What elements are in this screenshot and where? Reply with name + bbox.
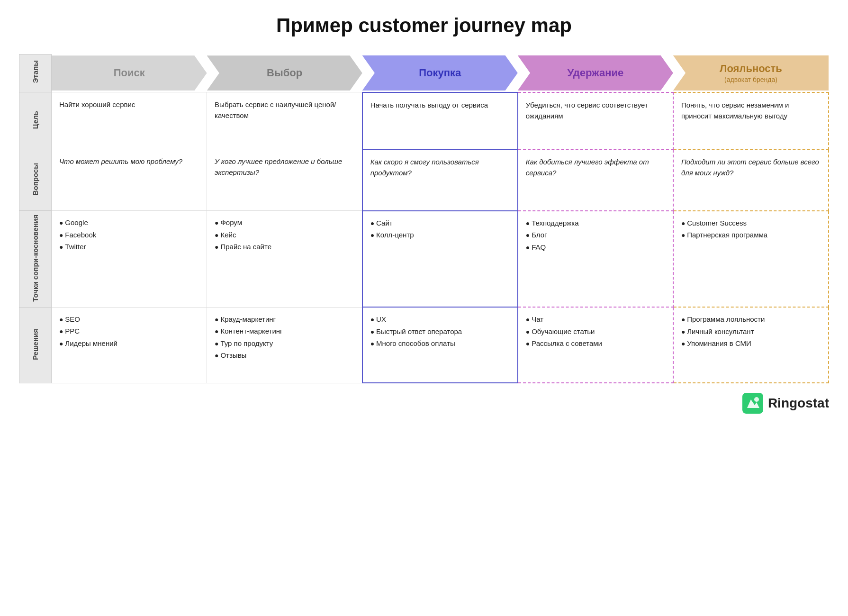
table-row: ВопросыЧто может решить мою проблему?У к… [19,149,829,211]
stage-choice-arrow: Выбор [207,55,362,91]
list-item: Техподдержка [526,218,665,229]
cell-r2-c2: СайтКолл-центр [362,211,518,308]
cell-r3-c4: Программа лояльностиЛичный консультантУп… [673,307,829,383]
stage-loyalty: Лояльность (адвокат бренда) [673,54,829,92]
list-item: Программа лояльности [681,314,821,325]
table-row: Точки сопри-косновенияGoogleFacebookTwit… [19,211,829,308]
cell-r2-c3: ТехподдержкаБлогFAQ [518,211,673,308]
logo-text: Ringostat [768,396,829,411]
cell-r2-c4: Customer SuccessПартнерская программа [673,211,829,308]
page-title: Пример customer journey map [19,14,829,37]
list-item: Крауд-маркетинг [215,314,354,325]
list-item: Отзывы [215,350,354,361]
stage-search: Поиск [52,54,207,92]
list-item: PPC [59,326,199,337]
list-item: Twitter [59,242,199,253]
list-item: UX [370,314,510,325]
list-item: Лидеры мнений [59,338,199,349]
row-label-2: Точки сопри-косновения [19,211,52,308]
stage-purchase: Покупка [362,54,518,92]
cell-r0-c3: Убедиться, что сервис соответствует ожид… [518,92,673,149]
list-item: Кейс [215,230,354,241]
svg-point-1 [754,397,759,402]
list-item: Контент-маркетинг [215,326,354,337]
list-item: Форум [215,217,354,228]
journey-map: Этапы Поиск Выбор Покупка [19,54,829,383]
stage-loyalty-arrow: Лояльность (адвокат бренда) [673,55,829,91]
list-item: Facebook [59,230,199,241]
stage-choice: Выбор [207,54,362,92]
cell-r1-c4: Подходит ли этот сервис больше всего для… [673,149,829,211]
ringostat-logo-icon [742,393,763,414]
row-label-0: Цель [19,92,52,149]
stages-label: Этапы [19,54,52,92]
list-item: Много способов оплаты [370,338,510,349]
cell-r1-c2: Как скоро я смогу пользоваться продуктом… [362,149,518,211]
table-row: РешенияSEOPPCЛидеры мненийКрауд-маркетин… [19,307,829,383]
cell-r1-c1: У кого лучшее предложение и больше экспе… [207,149,362,211]
stage-retention-arrow: Удержание [518,55,673,91]
cell-r3-c3: ЧатОбучающие статьиРассылка с советами [518,307,673,383]
list-item: Рассылка с советами [526,338,665,349]
list-item: Customer Success [681,218,821,229]
list-item: Прайс на сайте [215,242,354,253]
cell-r0-c1: Выбрать сервис с наилучшей ценой/качеств… [207,92,362,149]
cell-r2-c1: ФорумКейсПрайс на сайте [207,211,362,308]
cell-r1-c3: Как добиться лучшего эффекта от сервиса? [518,149,673,211]
list-item: Чат [526,314,665,325]
list-item: Партнерская программа [681,230,821,241]
list-item: Google [59,217,199,228]
cell-r0-c4: Понять, что сервис незаменим и приносит … [673,92,829,149]
list-item: FAQ [526,242,665,253]
table-row: ЦельНайти хороший сервисВыбрать сервис с… [19,92,829,149]
cell-r1-c0: Что может решить мою проблему? [52,149,207,211]
list-item: Сайт [370,218,510,229]
cell-r3-c0: SEOPPCЛидеры мнений [52,307,207,383]
cell-r2-c0: GoogleFacebookTwitter [52,211,207,308]
stage-retention: Удержание [518,54,673,92]
footer: Ringostat [19,393,829,414]
list-item: Тур по продукту [215,338,354,349]
cell-r0-c0: Найти хороший сервис [52,92,207,149]
list-item: Личный консультант [681,326,821,337]
list-item: Быстрый ответ оператора [370,326,510,337]
list-item: Колл-центр [370,230,510,241]
stage-search-arrow: Поиск [52,55,207,91]
list-item: Упоминания в СМИ [681,338,821,349]
list-item: Обучающие статьи [526,326,665,337]
list-item: SEO [59,314,199,325]
row-label-3: Решения [19,307,52,383]
row-label-1: Вопросы [19,149,52,211]
cell-r0-c2: Начать получать выгоду от сервиса [362,92,518,149]
cell-r3-c1: Крауд-маркетингКонтент-маркетингТур по п… [207,307,362,383]
cell-r3-c2: UXБыстрый ответ оператораМного способов … [362,307,518,383]
list-item: Блог [526,230,665,241]
stage-purchase-arrow: Покупка [362,55,518,91]
